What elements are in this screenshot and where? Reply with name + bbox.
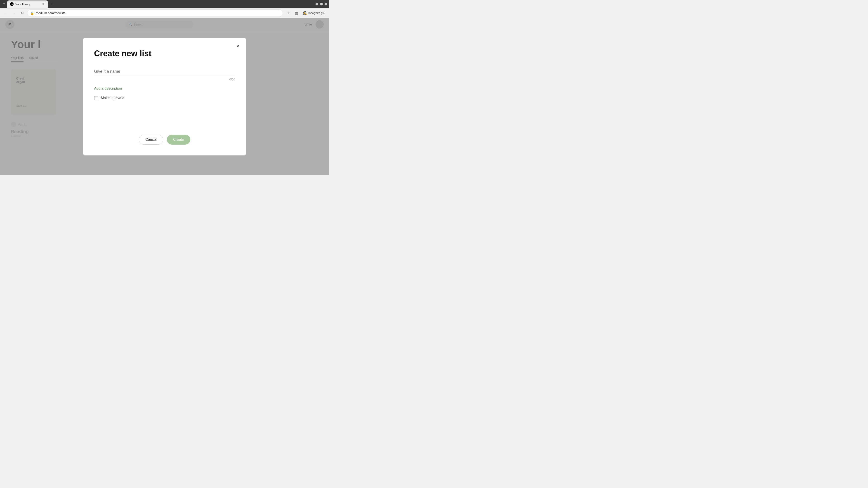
create-button[interactable]: Create bbox=[167, 135, 190, 144]
page-content: M 🔍 Search Write Your l Your lists Saved… bbox=[0, 18, 329, 175]
list-name-input[interactable] bbox=[94, 67, 235, 76]
maximize-button[interactable] bbox=[320, 3, 323, 5]
cancel-button[interactable]: Cancel bbox=[139, 135, 163, 144]
private-checkbox[interactable] bbox=[94, 96, 98, 100]
new-tab-button[interactable]: + bbox=[49, 1, 55, 7]
modal-close-button[interactable]: × bbox=[234, 42, 241, 50]
create-list-modal: × Create new list 0/60 Add a description… bbox=[83, 38, 246, 156]
bookmark-button[interactable]: ☆ bbox=[285, 9, 292, 17]
forward-button[interactable]: → bbox=[11, 10, 17, 16]
tab-title: Your library bbox=[16, 2, 39, 6]
tab-dropdown[interactable]: ▼ bbox=[2, 2, 6, 6]
incognito-icon: 🕵 bbox=[303, 11, 307, 15]
modal-title: Create new list bbox=[94, 49, 235, 58]
nav-actions: ☆ ▤ 🕵 Incognito (3) bbox=[285, 9, 327, 17]
private-checkbox-row: Make it private bbox=[94, 96, 235, 100]
add-description-link[interactable]: Add a description bbox=[94, 87, 235, 91]
incognito-label: Incognito (3) bbox=[308, 11, 324, 15]
incognito-badge[interactable]: 🕵 Incognito (3) bbox=[301, 10, 327, 16]
tab-close-button[interactable]: × bbox=[41, 2, 45, 6]
char-count: 0/60 bbox=[94, 78, 235, 81]
sidebar-button[interactable]: ▤ bbox=[293, 9, 300, 17]
back-button[interactable]: ← bbox=[3, 10, 9, 16]
private-label: Make it private bbox=[101, 96, 124, 100]
tab-bar: ▼ ●● Your library × + bbox=[0, 0, 329, 8]
modal-overlay[interactable]: × Create new list 0/60 Add a description… bbox=[0, 18, 329, 175]
active-tab[interactable]: ●● Your library × bbox=[7, 0, 48, 8]
nav-bar: ← → ↻ 🔒 medium.com/me/lists ☆ ▤ 🕵 Incogn… bbox=[0, 8, 329, 18]
lock-icon: 🔒 bbox=[30, 11, 34, 15]
modal-footer: Cancel Create bbox=[94, 126, 235, 144]
browser-window: ▼ ●● Your library × + ← → ↻ 🔒 medium.com… bbox=[0, 0, 329, 175]
address-bar[interactable]: 🔒 medium.com/me/lists bbox=[27, 9, 283, 17]
reload-button[interactable]: ↻ bbox=[19, 10, 25, 16]
name-input-container bbox=[94, 67, 235, 76]
close-button[interactable] bbox=[324, 3, 327, 5]
tab-favicon: ●● bbox=[10, 2, 13, 6]
minimize-button[interactable] bbox=[315, 3, 318, 5]
url-text: medium.com/me/lists bbox=[36, 11, 65, 15]
